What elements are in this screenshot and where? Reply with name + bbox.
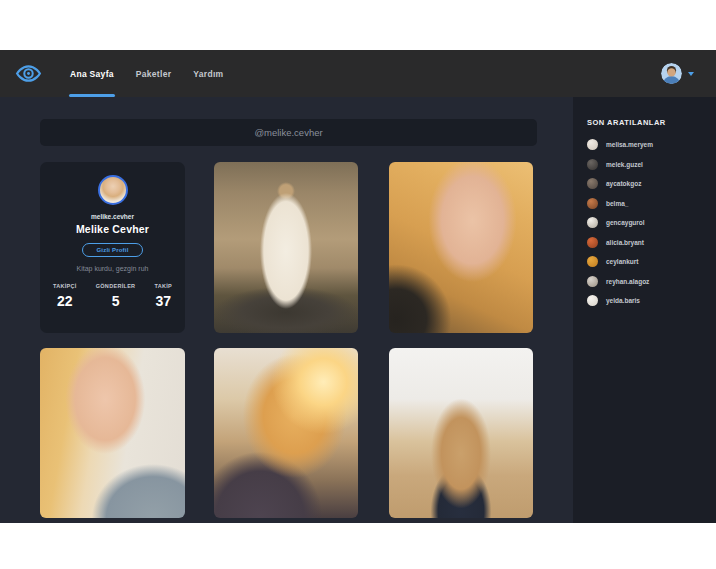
eye-logo-icon[interactable]: [13, 62, 43, 86]
profile-bio: Kitap kurdu, gezgin ruh: [77, 265, 149, 272]
recent-search-username: aycatokgoz: [606, 180, 641, 187]
recent-search-item[interactable]: melek.guzel: [587, 159, 708, 170]
content: melike.cevher Melike Cevher Gizli Profil…: [0, 97, 716, 523]
eye-icon: [15, 63, 42, 84]
photo-thumbnail[interactable]: [40, 348, 185, 518]
search-input[interactable]: [40, 119, 537, 146]
avatar: [587, 276, 598, 287]
stat-value: 22: [57, 293, 73, 309]
recent-search-item[interactable]: yelda.baris: [587, 295, 708, 306]
nav-item-paketler[interactable]: Paketler: [125, 50, 182, 97]
stat-value: 37: [155, 293, 171, 309]
main-panel: melike.cevher Melike Cevher Gizli Profil…: [0, 97, 573, 523]
profile-full-name: Melike Cevher: [76, 223, 149, 235]
profile-username: melike.cevher: [91, 213, 134, 220]
profile-stats: TAKİPÇİ 22 GÖNDERİLER 5 TAKİP 37: [40, 283, 185, 309]
recent-search-item[interactable]: ceylankurt: [587, 256, 708, 267]
recent-search-item[interactable]: belma_: [587, 198, 708, 209]
recent-searches-sidebar: SON ARATILANLAR melisa.meryem melek.guze…: [573, 97, 716, 523]
photo-thumbnail[interactable]: [214, 348, 358, 518]
stat-followers: TAKİPÇİ 22: [53, 283, 77, 309]
stat-label: GÖNDERİLER: [96, 283, 136, 289]
recent-search-item[interactable]: melisa.meryem: [587, 139, 708, 150]
avatar: [587, 198, 598, 209]
photo-thumbnail[interactable]: [389, 162, 533, 333]
recent-search-username: belma_: [606, 200, 628, 207]
app-window: Ana Sayfa Paketler Yardım: [0, 50, 716, 523]
recent-search-username: melek.guzel: [606, 161, 643, 168]
stat-label: TAKİP: [154, 283, 172, 289]
avatar: [587, 159, 598, 170]
recent-searches-list: melisa.meryem melek.guzel aycatokgoz bel…: [587, 139, 708, 306]
stat-following: TAKİP 37: [154, 283, 172, 309]
stat-value: 5: [112, 293, 120, 309]
avatar: [587, 178, 598, 189]
avatar: [587, 295, 598, 306]
stat-label: TAKİPÇİ: [53, 283, 77, 289]
avatar: [587, 237, 598, 248]
navbar: Ana Sayfa Paketler Yardım: [0, 50, 716, 97]
nav-item-yardim[interactable]: Yardım: [182, 50, 234, 97]
recent-search-item[interactable]: aycatokgoz: [587, 178, 708, 189]
stat-posts: GÖNDERİLER 5: [96, 283, 136, 309]
profile-avatar: [98, 175, 128, 205]
recent-search-item[interactable]: reyhan.alagoz: [587, 276, 708, 287]
avatar: [587, 217, 598, 228]
recent-search-item[interactable]: gencaygurol: [587, 217, 708, 228]
profile-card: melike.cevher Melike Cevher Gizli Profil…: [40, 162, 185, 333]
user-menu[interactable]: [661, 63, 694, 84]
recent-search-username: gencaygurol: [606, 219, 645, 226]
recent-search-username: alicia.bryant: [606, 239, 644, 246]
recent-search-item[interactable]: alicia.bryant: [587, 237, 708, 248]
recent-search-username: yelda.baris: [606, 297, 640, 304]
page: Ana Sayfa Paketler Yardım: [0, 0, 716, 569]
recent-search-username: melisa.meryem: [606, 141, 653, 148]
recent-searches-heading: SON ARATILANLAR: [587, 118, 708, 127]
photo-thumbnail[interactable]: [214, 162, 358, 333]
avatar: [587, 139, 598, 150]
avatar: [587, 256, 598, 267]
recent-search-username: ceylankurt: [606, 258, 639, 265]
recent-search-username: reyhan.alagoz: [606, 278, 649, 285]
photo-thumbnail[interactable]: [389, 348, 533, 518]
private-profile-badge: Gizli Profil: [82, 243, 142, 257]
nav-item-ana-sayfa[interactable]: Ana Sayfa: [59, 50, 125, 97]
user-avatar: [661, 63, 682, 84]
chevron-down-icon: [688, 72, 694, 76]
